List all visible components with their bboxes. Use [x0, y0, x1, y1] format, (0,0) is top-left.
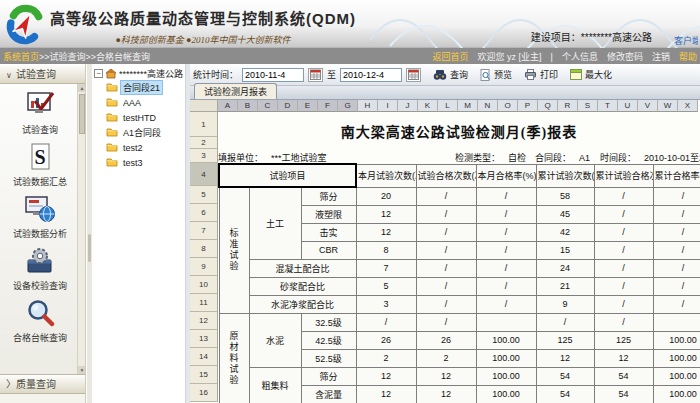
column-header-F[interactable]: F [318, 100, 338, 112]
value-cell[interactable]: 5 [356, 277, 416, 295]
preview-button[interactable]: 预览 [480, 68, 512, 81]
date-to-input[interactable] [340, 68, 402, 82]
row-header-9[interactable]: 9 [190, 258, 218, 276]
value-cell[interactable]: 12 [356, 367, 416, 385]
item-cell[interactable]: 砂浆配合比 [249, 277, 356, 295]
value-cell[interactable]: / [653, 241, 700, 259]
tab-monthly-report[interactable]: 试验检测月报表 [194, 83, 277, 99]
scrollbar-thumb[interactable] [79, 94, 85, 134]
subgroup-cell[interactable]: 水泥 [249, 313, 301, 367]
value-cell[interactable]: 125 [536, 331, 594, 349]
header-test-item[interactable]: 试验项目 [219, 164, 356, 187]
value-cell[interactable]: / [653, 277, 700, 295]
column-header-Q[interactable]: Q [538, 100, 558, 112]
value-cell[interactable] [653, 313, 700, 331]
tree-node-test3[interactable]: test3 [106, 155, 185, 170]
value-cell[interactable]: 100.00 [653, 349, 700, 367]
sheet-corner-cell[interactable] [190, 100, 218, 112]
value-cell[interactable]: / [594, 277, 653, 295]
value-cell[interactable]: 54 [594, 385, 653, 403]
value-cell[interactable]: 24 [536, 259, 594, 277]
item-cell[interactable]: 筛分 [301, 367, 356, 385]
user-link[interactable]: 个人信息 [562, 52, 598, 62]
item-cell[interactable]: 击实 [301, 223, 356, 241]
value-cell[interactable]: 100.00 [476, 331, 536, 349]
column-header-O[interactable]: O [498, 100, 518, 112]
header-cell[interactable]: 本月试验次数(次) [356, 164, 416, 187]
tree-node-test2[interactable]: test2 [106, 140, 185, 155]
item-cell[interactable]: 含泥量 [301, 385, 356, 403]
sidebar-item-试验数据分析[interactable]: 试验数据分析 [4, 195, 76, 240]
value-cell[interactable]: 12 [416, 385, 476, 403]
row-header-11[interactable]: 11 [190, 294, 218, 312]
value-cell[interactable]: 45 [536, 205, 594, 223]
tree-node-A1合同段[interactable]: A1合同段 [106, 125, 185, 140]
value-cell[interactable]: 12 [356, 385, 416, 403]
maximize-button[interactable]: 最大化 [570, 68, 612, 81]
value-cell[interactable]: / [476, 295, 536, 313]
column-header-I[interactable]: I [378, 100, 398, 112]
column-header-T[interactable]: T [598, 100, 618, 112]
column-header-W[interactable]: W [658, 100, 678, 112]
value-cell[interactable]: / [416, 241, 476, 259]
value-cell[interactable]: / [476, 241, 536, 259]
value-cell[interactable]: 100.00 [476, 367, 536, 385]
row-header-13[interactable]: 13 [190, 330, 218, 348]
user-link[interactable]: 返回首页 [433, 52, 469, 62]
breadcrumb-home-link[interactable]: 系统首页 [3, 52, 39, 62]
column-header-E[interactable]: E [298, 100, 318, 112]
header-cell[interactable]: 累计试验次数(次) [536, 164, 594, 187]
sidebar-group-quality-query[interactable]: 〉质量查询 [0, 374, 85, 394]
value-cell[interactable]: 58 [536, 187, 594, 205]
value-cell[interactable]: / [653, 295, 700, 313]
value-cell[interactable]: / [416, 313, 476, 331]
column-header-U[interactable]: U [618, 100, 638, 112]
user-link[interactable]: 欢迎您 yz [业主] [478, 52, 542, 62]
value-cell[interactable]: / [594, 205, 653, 223]
value-cell[interactable]: 12 [356, 205, 416, 223]
value-cell[interactable]: / [653, 205, 700, 223]
column-header-G[interactable]: G [338, 100, 358, 112]
value-cell[interactable]: / [594, 313, 653, 331]
value-cell[interactable]: / [653, 187, 700, 205]
value-cell[interactable]: 54 [594, 367, 653, 385]
sidebar-item-设备校验查询[interactable]: 设备校验查询 [4, 247, 76, 292]
date-to-calendar-button[interactable] [406, 68, 421, 82]
value-cell[interactable]: 2 [416, 349, 476, 367]
row-header-3[interactable]: 3 [190, 149, 218, 163]
value-cell[interactable]: / [476, 259, 536, 277]
subgroup-cell[interactable]: 土工 [249, 187, 301, 259]
column-header-A[interactable]: A [218, 100, 238, 112]
row-header-2[interactable]: 2 [190, 137, 218, 149]
value-cell[interactable]: / [536, 313, 594, 331]
item-cell[interactable]: 42.5级 [301, 331, 356, 349]
value-cell[interactable]: / [594, 295, 653, 313]
item-cell[interactable]: 32.5级 [301, 313, 356, 331]
column-header-J[interactable]: J [398, 100, 418, 112]
column-header-K[interactable]: K [418, 100, 438, 112]
value-cell[interactable]: / [594, 223, 653, 241]
value-cell[interactable]: / [653, 259, 700, 277]
value-cell[interactable]: 21 [536, 277, 594, 295]
scroll-up-icon[interactable]: ▲ [78, 84, 85, 92]
value-cell[interactable]: 42 [536, 223, 594, 241]
value-cell[interactable]: / [416, 259, 476, 277]
column-header-S[interactable]: S [578, 100, 598, 112]
sidebar-item-试验查询[interactable]: 试验查询 [4, 91, 76, 136]
value-cell[interactable]: / [653, 223, 700, 241]
subgroup-cell[interactable]: 粗集料 [249, 367, 301, 403]
value-cell[interactable]: / [416, 205, 476, 223]
row-header-8[interactable]: 8 [190, 240, 218, 258]
row-header-7[interactable]: 7 [190, 222, 218, 240]
row-header-4[interactable]: 4 [190, 163, 218, 186]
header-cell[interactable]: 试验合格次数(次) [416, 164, 476, 187]
value-cell[interactable]: 12 [416, 367, 476, 385]
value-cell[interactable]: / [416, 223, 476, 241]
value-cell[interactable] [476, 313, 536, 331]
column-header-C[interactable]: C [258, 100, 278, 112]
column-header-V[interactable]: V [638, 100, 658, 112]
sidebar-item-试验数据汇总[interactable]: S试验数据汇总 [4, 143, 76, 188]
row-header-1[interactable]: 1 [190, 112, 218, 137]
value-cell[interactable]: 2 [356, 349, 416, 367]
value-cell[interactable]: 100.00 [653, 331, 700, 349]
